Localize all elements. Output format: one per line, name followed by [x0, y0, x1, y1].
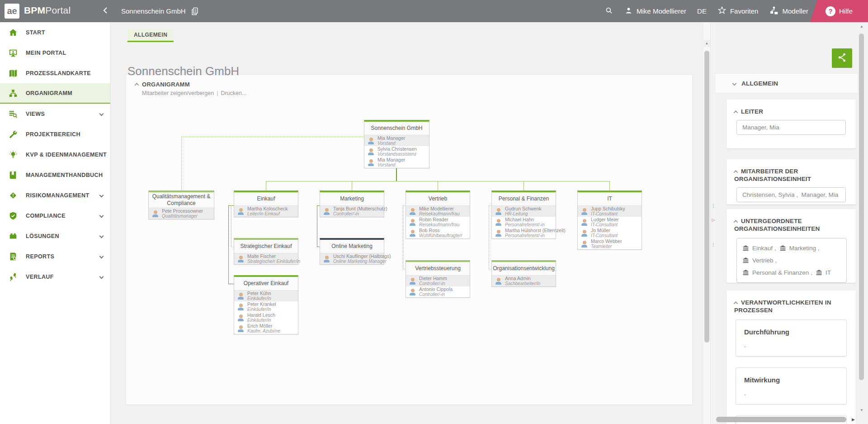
collapse-sidebar-icon[interactable]: [100, 5, 111, 16]
modeller-button[interactable]: Modeller: [769, 6, 808, 17]
panel-hscrollbar-thumb[interactable]: [716, 417, 846, 422]
favorites-button[interactable]: Favoriten: [717, 6, 759, 16]
sidebar-item-kvp-ideenmanagement[interactable]: KVP & IDEENMANAGEMENT: [0, 144, 110, 165]
copy-icon[interactable]: [190, 7, 199, 16]
org-node-title: Strategischer Einkauf: [234, 240, 298, 253]
sidebar-item-compliance[interactable]: COMPLIANCE: [0, 205, 110, 226]
org-member[interactable]: Malte FischerStrategische/r Einkäufer/in: [234, 253, 298, 264]
report-icon: [8, 252, 18, 262]
org-member[interactable]: Mia ManagerVorstand: [364, 135, 429, 146]
sidebar-item-reports[interactable]: REPORTS: [0, 246, 110, 267]
user-menu[interactable]: Mike Modellierer: [624, 6, 686, 16]
sidebar-item-prozesslandkarte[interactable]: PROZESSLANDKARTE: [0, 63, 110, 83]
person-avatar-icon: [237, 293, 245, 300]
verantwortlichkeiten-label: VERANTWORTLICHKEITEN IN PROZESSEN: [734, 299, 831, 314]
person-avatar-icon: [237, 325, 245, 332]
member-name: Malte Fischer: [247, 254, 300, 259]
org-node-vertrieb[interactable]: VertriebMike ModelliererReisekaufmann/fr…: [406, 191, 470, 239]
org-node-qualitaetsmanagement-compliance[interactable]: Qualitätsmanagement & CompliancePete Pro…: [148, 191, 214, 219]
org-node-marketing[interactable]: MarketingTanja Bunt (Mutterschutz)Contro…: [320, 191, 384, 217]
sidebar-item-projektbereich[interactable]: PROJEKTBEREICH: [0, 124, 110, 144]
leiter-input[interactable]: [736, 120, 846, 135]
main-scrollbar-thumb[interactable]: [704, 51, 709, 343]
scroll-down-icon[interactable]: ▼: [859, 407, 865, 414]
scroll-right-icon[interactable]: ▶: [852, 416, 855, 423]
sidebar-item-organigramm[interactable]: ORGANIGRAMM: [0, 83, 110, 104]
sidebar-item-managementhandbuch[interactable]: MANAGEMENTHANDBUCH: [0, 165, 110, 185]
help-button[interactable]: ? Hilfe: [810, 0, 868, 22]
mitarbeiter-input[interactable]: [736, 187, 846, 202]
sidebar-item-start[interactable]: START: [0, 22, 110, 43]
mitarbeiter-header[interactable]: MITARBEITER DER ORGANISATIONSEINHEIT: [726, 159, 856, 183]
panel-splitter[interactable]: ⋮ ▷ ⋮: [710, 22, 716, 424]
org-member[interactable]: Peter KrankelEinkäufer/in: [234, 301, 298, 312]
panel-horizontal-scrollbar[interactable]: ▶: [716, 416, 858, 423]
language-button[interactable]: DE: [697, 7, 707, 15]
panel-scrollbar-thumb[interactable]: [859, 33, 864, 380]
org-member[interactable]: Gudrun SchwenkHR-Leitung: [492, 206, 556, 217]
org-unit-link[interactable]: Einkauf: [752, 245, 773, 252]
org-node-strategischer-einkauf[interactable]: Strategischer EinkaufMalte FischerStrate…: [234, 238, 298, 265]
org-member[interactable]: Sylvia ChristensenVorstandsassistenz: [364, 146, 429, 157]
panel-vertical-scrollbar[interactable]: ▲ ▼: [859, 24, 865, 422]
org-member[interactable]: Uschi Kauflinger (Halbtags)Online Market…: [320, 253, 384, 264]
home-icon: [8, 28, 18, 38]
org-node-it[interactable]: ITJupp SchibulskyIT-ConsultantLudger Mei…: [577, 191, 642, 250]
org-member[interactable]: Mike ModelliererReisekaufmann/frau: [406, 206, 470, 217]
org-node-vertriebssteuerung[interactable]: VertriebssteuerungDieter HammController/…: [406, 260, 470, 298]
sidebar-item-views[interactable]: VIEWS: [0, 104, 110, 124]
org-member[interactable]: Robin ReaderReisekaufmann/frau: [406, 217, 470, 228]
org-member[interactable]: Bob RossWohlfühlbeauftragte/r: [406, 228, 470, 238]
org-member[interactable]: Martha Hülshorst (Elternzeit)Personalref…: [492, 228, 556, 238]
sidebar-item-risikomanagement[interactable]: RISIKOMANAGEMENT: [0, 185, 110, 205]
org-node-operativer-einkauf[interactable]: Operativer EinkaufPeter KühnEinkäufer/in…: [234, 275, 298, 334]
org-node-title: Organisationsentwicklung: [492, 262, 556, 276]
panel-section-allgemein[interactable]: ALLGEMEIN: [716, 74, 858, 93]
org-member[interactable]: Erich MöllerKaufm. Azubi/ne: [234, 323, 298, 334]
org-node-organisationsentwicklung[interactable]: OrganisationsentwicklungAnna AdminSachbe…: [491, 260, 556, 287]
mitarbeiter-card: MITARBEITER DER ORGANISATIONSEINHEIT: [726, 159, 856, 205]
person-avatar-icon: [495, 230, 502, 237]
topbar: ae BPMPortal Sonnenschein GmbH: [0, 0, 868, 22]
org-member[interactable]: Michael HahnPersonalreferent/-in: [492, 217, 556, 228]
sidebar-item-verlauf[interactable]: VERLAUF: [0, 267, 110, 287]
org-unit-link[interactable]: Marketing: [789, 245, 816, 252]
person-avatar-icon: [237, 314, 245, 321]
org-member[interactable]: Antonio CippolaController/-in: [406, 286, 470, 297]
org-node-einkauf[interactable]: EinkaufMartha KoloscheckLeiter/in Einkau…: [234, 191, 298, 217]
org-member[interactable]: Jupp SchibulskyIT-Consultant: [578, 206, 642, 217]
sidebar-item-loesungen[interactable]: LÖSUNGEN: [0, 226, 110, 246]
org-member[interactable]: Pete ProcessownerQualitätsmanager: [149, 208, 214, 219]
verantwortlichkeiten-card: VERANTWORTLICHKEITEN IN PROZESSEN Durchf…: [726, 291, 856, 424]
org-member[interactable]: Peter KühnEinkäufer/in: [234, 291, 298, 301]
org-unit-link[interactable]: IT: [826, 269, 831, 276]
search-button[interactable]: [605, 6, 613, 16]
org-node-personal-finanzen[interactable]: Personal & FinanzenGudrun SchwenkHR-Leit…: [491, 191, 556, 239]
org-unit-link[interactable]: Vertrieb: [752, 257, 774, 264]
tab-allgemein[interactable]: ALLGEMEIN: [127, 29, 174, 42]
verantwortlichkeiten-header[interactable]: VERANTWORTLICHKEITEN IN PROZESSEN: [726, 291, 856, 314]
org-unit-link[interactable]: Personal & Finanzen: [752, 269, 809, 276]
org-member[interactable]: Marco WebberTeamleiter: [578, 238, 642, 249]
org-member[interactable]: Tanja Bunt (Mutterschutz)Controller/-in: [320, 206, 384, 217]
member-role: Vorstand: [377, 162, 405, 167]
leiter-header[interactable]: LEITER: [726, 100, 856, 115]
scroll-up-icon[interactable]: ▲: [703, 40, 710, 47]
sidebar-item-mein-portal[interactable]: MEIN PORTAL: [0, 43, 110, 63]
org-member[interactable]: Mia ManagerVorstand: [364, 157, 429, 168]
org-member[interactable]: Anna AdminSachbearbeiter/in: [492, 276, 556, 286]
org-connector: [231, 205, 231, 247]
org-node-online-marketing[interactable]: Online MarketingUschi Kauflinger (Halbta…: [320, 238, 384, 265]
org-member[interactable]: Dieter HammController/-in: [406, 276, 470, 286]
scroll-up-icon[interactable]: ▲: [859, 24, 865, 30]
main-vertical-scrollbar[interactable]: ▲: [703, 22, 710, 424]
org-member[interactable]: Ludger MeierIT-Consultant: [578, 217, 642, 228]
org-member[interactable]: Martha KoloscheckLeiter/in Einkauf: [234, 206, 298, 217]
org-member[interactable]: Harald LeschEinkäufer/in: [234, 312, 298, 323]
member-name: Gudrun Schwenk: [505, 206, 542, 211]
untergeordnete-header[interactable]: UNTERGEORDNETE ORGANISATIONSEINHEITEN: [726, 209, 856, 233]
share-button[interactable]: [832, 48, 852, 68]
app-logo[interactable]: ae: [5, 4, 19, 19]
org-node-root[interactable]: Sonnenschein GmbHMia ManagerVorstandSylv…: [364, 120, 429, 168]
org-member[interactable]: Jo MüllerIT-Consultant: [578, 228, 642, 238]
